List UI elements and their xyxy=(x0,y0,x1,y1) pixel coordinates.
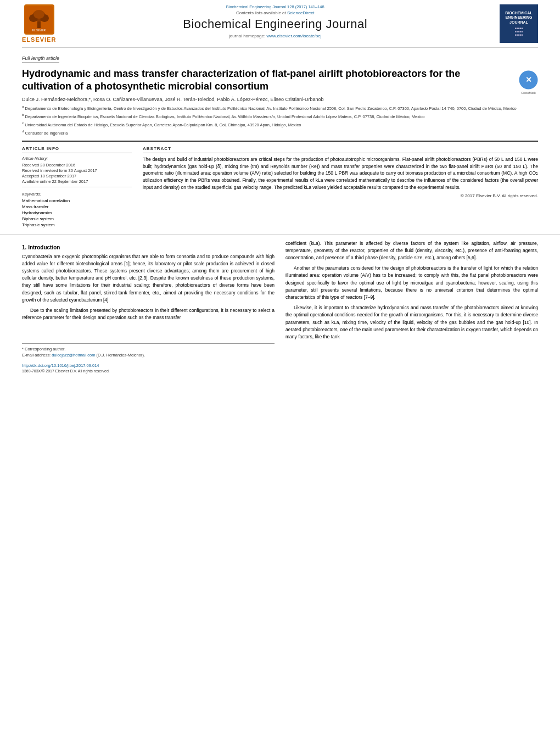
section1-title: 1. Introduction xyxy=(22,244,275,250)
footnotes-area: * Corresponding author. E-mail address: … xyxy=(22,343,275,373)
keyword-1: Mass transfer xyxy=(22,204,132,209)
elsevier-logo: ELSEVIER ELSEVIER xyxy=(22,4,56,43)
abstract-heading: ABSTRACT xyxy=(143,146,538,153)
email-person: (D.J. Hernández-Melchor). xyxy=(97,353,145,358)
header-divider xyxy=(22,47,538,48)
header-center: Biochemical Engineering Journal 128 (201… xyxy=(56,4,494,38)
section1-right-text: coefficient (kLa). This parameter is aff… xyxy=(285,240,538,341)
available-date: Available online 22 September 2017 xyxy=(22,179,132,184)
affiliation-a: a Departamento de Biotecnología y Bioing… xyxy=(22,104,538,111)
doi-link[interactable]: http://dx.doi.org/10.1016/j.bej.2017.09.… xyxy=(22,363,275,368)
keyword-2: Hydrodynamics xyxy=(22,210,132,215)
received-date: Received 28 December 2016 xyxy=(22,163,132,168)
article-title: Hydrodynamic and mass transfer character… xyxy=(22,68,519,93)
article-info-col: ARTICLE INFO Article history: Received 2… xyxy=(22,146,132,228)
article-info-heading: ARTICLE INFO xyxy=(22,146,132,153)
right-para-1: Another of the parameters considered for… xyxy=(285,265,538,301)
keyword-0: Mathematical correlation xyxy=(22,198,132,203)
right-para-0: coefficient (kLa). This parameter is aff… xyxy=(285,240,538,262)
info-divider xyxy=(22,187,132,187)
section1-text: Cyanobacteria are oxygenic phototrophic … xyxy=(22,253,275,322)
affiliation-d: d Consultor de Ingeniería xyxy=(22,129,538,136)
email-address[interactable]: dulcejazz@hotmail.com xyxy=(52,353,95,358)
body-right-col: coefficient (kLa). This parameter is aff… xyxy=(285,240,538,373)
keywords-section: Keywords: Mathematical correlation Mass … xyxy=(22,192,132,227)
svg-text:✕: ✕ xyxy=(525,75,532,84)
homepage-url[interactable]: www.elsevier.com/locate/bej xyxy=(266,34,321,38)
svg-point-5 xyxy=(33,10,44,19)
bej-logo-title: BIOCHEMICALENGINEERINGJOURNAL xyxy=(505,11,532,25)
journal-logo-right: BIOCHEMICALENGINEERINGJOURNAL ■■■■■■■■■■… xyxy=(494,4,538,43)
received-revised-date: Received in revised form 30 August 2017 xyxy=(22,168,132,173)
journal-title: Biochemical Engineering Journal xyxy=(67,17,483,31)
elsevier-tree-icon: ELSEVIER xyxy=(24,4,54,35)
history-label: Article history: xyxy=(22,156,132,161)
affiliation-b: b Departamento de Ingeniería Bioquímica,… xyxy=(22,113,538,120)
page: ELSEVIER ELSEVIER Biochemical Engineerin… xyxy=(0,0,560,742)
bej-logo: BIOCHEMICALENGINEERINGJOURNAL ■■■■■■■■■■… xyxy=(500,4,538,43)
doi-area: http://dx.doi.org/10.1016/j.bej.2017.09.… xyxy=(22,363,275,373)
authors-line: Dulce J. Hernández-Melchora,*, Rosa O. C… xyxy=(22,97,538,102)
sciencedirect-link[interactable]: ScienceDirect xyxy=(287,10,314,15)
corresponding-note: * Corresponding author. xyxy=(22,347,275,352)
issn-line: 1369-703X/© 2017 Elsevier B.V. All right… xyxy=(22,369,275,373)
abstract-col: ABSTRACT The design and build of industr… xyxy=(143,146,538,228)
journal-tag: Biochemical Engineering Journal 128 (201… xyxy=(67,4,483,9)
right-para-2: Likewise, it is important to characteriz… xyxy=(285,304,538,341)
body-left-col: 1. Introduction Cyanobacteria are oxygen… xyxy=(22,240,275,373)
article-type: Full length article xyxy=(22,55,59,63)
article-title-section: Hydrodynamic and mass transfer character… xyxy=(22,68,538,93)
authors-full: Dulce J. Hernández-Melchora,*, Rosa O. C… xyxy=(22,97,323,102)
accepted-date: Accepted 18 September 2017 xyxy=(22,174,132,178)
article-body: 1. Introduction Cyanobacteria are oxygen… xyxy=(0,234,560,373)
svg-text:ELSEVIER: ELSEVIER xyxy=(32,29,46,32)
elsevier-text: ELSEVIER xyxy=(22,36,56,43)
section1-para-0: Cyanobacteria are oxygenic phototrophic … xyxy=(22,253,275,304)
contents-label: Contents lists available at xyxy=(236,10,286,15)
keyword-4: Triphasic system xyxy=(22,222,132,227)
journal-homepage: journal homepage: www.elsevier.com/locat… xyxy=(67,34,483,38)
keyword-3: Biphasic system xyxy=(22,216,132,221)
svg-rect-4 xyxy=(37,21,41,28)
affiliations: a Departamento de Biotecnología y Bioing… xyxy=(22,104,538,136)
affiliation-c: c Universidad Autónoma del Estado de Hid… xyxy=(22,121,538,128)
article-info-abstract: ARTICLE INFO Article history: Received 2… xyxy=(22,141,538,228)
section1-para-1: Due to the scaling limitation presented … xyxy=(22,307,275,321)
journal-header: ELSEVIER ELSEVIER Biochemical Engineerin… xyxy=(0,0,560,45)
keywords-label: Keywords: xyxy=(22,192,132,197)
copyright-line: © 2017 Elsevier B.V. All rights reserved… xyxy=(143,193,538,198)
crossmark-logo: ✕ CrossMark xyxy=(519,70,538,90)
abstract-text: The design and build of industrial photo… xyxy=(143,156,538,191)
email-line: E-mail address: dulcejazz@hotmail.com (D… xyxy=(22,353,275,358)
article-area: Full length article Hydrodynamic and mas… xyxy=(0,50,560,228)
